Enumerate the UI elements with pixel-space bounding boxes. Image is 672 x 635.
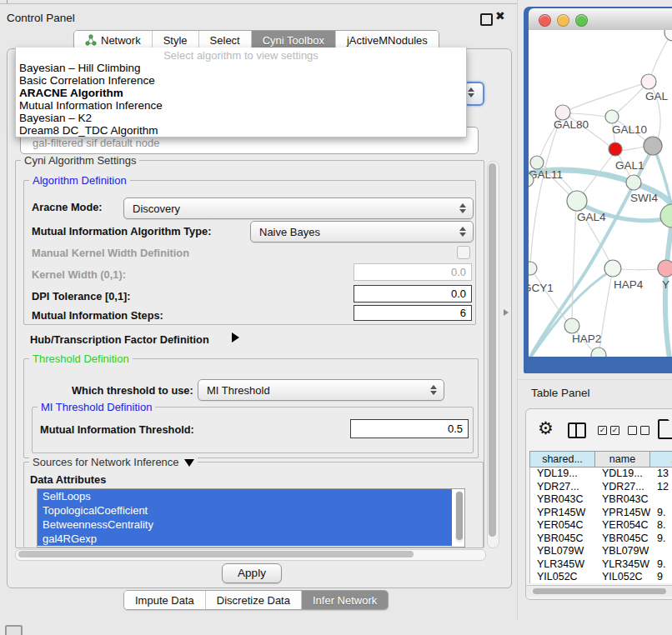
node[interactable]: [591, 348, 606, 357]
minimized-panel-icon[interactable]: [5, 625, 23, 635]
tab-impute-data[interactable]: Impute Data: [124, 591, 206, 609]
network-canvas[interactable]: GALGAL80GAL10GAL1GAL11SWI4GAL4GCY1HAP4YH…: [529, 30, 672, 357]
table-row[interactable]: YBL079WYBL079W: [530, 545, 672, 558]
table-cell: YDR27...: [595, 481, 650, 494]
tab-discretize-data[interactable]: Discretize Data: [206, 591, 302, 609]
attribute-item-betweennesscentrality[interactable]: BetweennessCentrality: [38, 518, 452, 532]
node-gcy1[interactable]: [529, 262, 537, 275]
table-cell: YDR27...: [530, 481, 595, 494]
close-icon[interactable]: ✖: [495, 9, 505, 22]
kernel-width-field[interactable]: 0.0: [354, 263, 472, 281]
table-panel-title: Table Panel: [531, 387, 590, 399]
column-header-name[interactable]: name: [594, 451, 649, 468]
table-row[interactable]: YPR145WYPR145W9.: [530, 507, 672, 520]
table-row[interactable]: YER054CYER054C8.: [530, 519, 672, 532]
hub-expander-label[interactable]: Hub/Transcription Factor Definition: [30, 333, 209, 346]
table-cell: YBR045C: [530, 532, 595, 546]
tab-select[interactable]: Select: [199, 31, 252, 49]
table-row[interactable]: YDR27...YDR27...12: [530, 481, 672, 494]
table-cell: 13: [650, 468, 672, 481]
panel-divider: [517, 379, 672, 380]
table-row[interactable]: YBR043CYBR043C: [530, 493, 672, 507]
settings-horizontal-scrollbar[interactable]: [15, 549, 486, 561]
which-threshold-label: Which threshold to use:: [72, 384, 193, 397]
tab-network[interactable]: Network: [74, 31, 153, 49]
node-y[interactable]: [658, 260, 672, 277]
zoom-window-icon[interactable]: [575, 14, 588, 27]
network-edge: [564, 82, 649, 112]
algorithm-option-basic-correlation-inference[interactable]: Basic Correlation Inference: [16, 74, 466, 87]
sources-group-title[interactable]: Sources for Network Inference: [29, 456, 198, 468]
aracne-mode-combo[interactable]: Discovery: [123, 198, 474, 219]
close-window-icon[interactable]: [539, 14, 551, 27]
table-cell: YBL079W: [530, 545, 595, 558]
column-header-a[interactable]: A: [649, 451, 672, 468]
combo-stepper-icon: [459, 227, 466, 237]
table-row[interactable]: YIL052CYIL052C9: [530, 571, 672, 583]
node-gal10[interactable]: [605, 110, 619, 123]
list-vertical-scrollbar[interactable]: [455, 491, 464, 542]
manual-kernel-width-checkbox[interactable]: [457, 246, 470, 259]
apply-button[interactable]: Apply: [222, 563, 282, 583]
attribute-item-selfloops[interactable]: SelfLoops: [38, 489, 452, 503]
settings-vertical-scrollbar[interactable]: [487, 161, 499, 548]
which-threshold-combo[interactable]: MI Threshold: [198, 379, 444, 401]
minimize-window-icon[interactable]: [557, 14, 569, 27]
attribute-item-gal4rgexp[interactable]: gal4RGexp: [38, 532, 452, 546]
table-cell: YBR045C: [595, 532, 650, 546]
node-hap4[interactable]: [604, 260, 621, 277]
data-attributes-list[interactable]: SelfLoopsTopologicalCoefficientBetweenne…: [37, 488, 465, 548]
control-panel-titlebar: Control Panel ✖: [0, 3, 517, 28]
node-label: GAL4: [577, 211, 606, 223]
table-cell: YIL052C: [595, 571, 650, 583]
column-header-shared[interactable]: shared...: [529, 451, 594, 468]
table-row[interactable]: YBR045CYBR045C9.: [530, 532, 672, 546]
table-cell: [650, 493, 672, 507]
algorithm-option-bayesian-k2[interactable]: Bayesian – K2: [16, 112, 466, 124]
node[interactable]: [664, 30, 672, 41]
table-horizontal-scrollbar[interactable]: [526, 585, 672, 597]
table-row[interactable]: YDL19...YDL19...13: [530, 468, 672, 481]
node-label: GAL: [645, 90, 669, 102]
tab-jactivemnodules[interactable]: jActiveMNodules: [336, 31, 439, 49]
attribute-item-topologicalcoefficient[interactable]: TopologicalCoefficient: [38, 503, 452, 518]
table-header-row: shared...nameA: [529, 451, 672, 468]
split-panel-icon[interactable]: [568, 422, 586, 438]
document-icon[interactable]: [658, 419, 672, 439]
node[interactable]: [660, 204, 672, 228]
expander-right-icon[interactable]: [232, 332, 239, 342]
network-window-titlebar[interactable]: [529, 8, 672, 31]
dpi-tolerance-field[interactable]: 0.0: [354, 285, 472, 302]
algorithm-option-dream8-dc-tdc-algorithm[interactable]: Dream8 DC_TDC Algorithm: [16, 124, 466, 137]
algorithm-option-bayesian-hill-climbing[interactable]: Bayesian – Hill Climbing: [16, 62, 466, 74]
tab-infer-network[interactable]: Infer Network: [302, 591, 388, 609]
node-swi4[interactable]: [626, 175, 641, 190]
mi-threshold-field[interactable]: 0.5: [350, 419, 469, 438]
table-cell: YBR043C: [530, 493, 595, 507]
node-gal11[interactable]: [530, 156, 544, 169]
node-label: Y: [662, 278, 669, 291]
tab-style[interactable]: Style: [153, 31, 199, 49]
table-cell: YBL079W: [595, 545, 650, 558]
tab-cyni-toolbox[interactable]: Cyni Toolbox: [252, 31, 336, 49]
node-gal1[interactable]: [609, 142, 622, 156]
control-panel-title: Control Panel: [7, 12, 75, 24]
gear-icon[interactable]: ⚙: [538, 420, 554, 438]
splitter-collapse-icon[interactable]: [504, 309, 509, 316]
node-hap2[interactable]: [564, 318, 579, 333]
mi-algorithm-type-combo[interactable]: Naive Bayes: [250, 221, 474, 242]
node-gal[interactable]: [641, 74, 656, 89]
float-window-icon[interactable]: [480, 13, 493, 26]
node[interactable]: [644, 137, 662, 155]
algorithm-option-aracne-algorithm[interactable]: ARACNE Algorithm: [16, 87, 466, 99]
node-gal4[interactable]: [567, 191, 587, 211]
mi-steps-field[interactable]: 6: [354, 305, 472, 321]
bottom-tab-bar: Impute DataDiscretize DataInfer Network: [123, 590, 389, 610]
table-body: YDL19...YDL19...13YDR27...YDR27...12YBR0…: [529, 468, 672, 583]
algorithm-option-mutual-information-inference[interactable]: Mutual Information Inference: [16, 99, 466, 112]
checked-columns-icon[interactable]: ✓✓: [598, 426, 619, 435]
settings-group-title: Cyni Algorithm Settings: [21, 154, 139, 167]
table-row[interactable]: YLR345WYLR345W9.: [530, 558, 672, 572]
node-table: shared...nameA YDL19...YDL19...13YDR27..…: [529, 451, 672, 583]
unchecked-columns-icon[interactable]: [628, 426, 649, 435]
